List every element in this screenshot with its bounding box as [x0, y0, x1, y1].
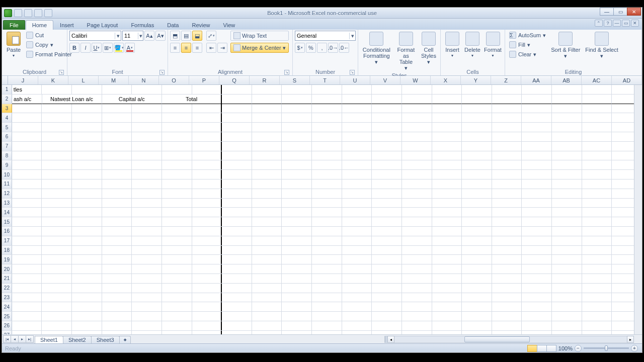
- cell-Q7[interactable]: [222, 142, 252, 151]
- cell-R2[interactable]: [252, 95, 282, 104]
- cell-AC12[interactable]: [582, 189, 612, 198]
- cell-S22[interactable]: [282, 284, 312, 293]
- cell-AA10[interactable]: [522, 170, 552, 179]
- cell-U15[interactable]: [342, 217, 372, 226]
- cell-AA17[interactable]: [522, 236, 552, 245]
- comma-button[interactable]: ,: [317, 43, 327, 53]
- cell-P16[interactable]: [192, 227, 222, 236]
- cell-AA14[interactable]: [522, 208, 552, 217]
- cell-X21[interactable]: [432, 274, 462, 283]
- cell-AB26[interactable]: [552, 321, 582, 330]
- cell-L13[interactable]: [72, 199, 102, 208]
- cell-Z26[interactable]: [492, 321, 522, 330]
- cell-R24[interactable]: [252, 302, 282, 311]
- cell-U12[interactable]: [342, 189, 372, 198]
- cell-X23[interactable]: [432, 293, 462, 302]
- row-header-15[interactable]: 15: [2, 217, 12, 226]
- row-header-2[interactable]: 2: [2, 95, 12, 104]
- cell-AB22[interactable]: [552, 284, 582, 293]
- cell-Y3[interactable]: [462, 104, 492, 113]
- cell-M23[interactable]: [102, 293, 132, 302]
- cell-U13[interactable]: [342, 199, 372, 208]
- wrap-text-button[interactable]: Wrap Text: [230, 31, 289, 41]
- cell-AC25[interactable]: [582, 312, 612, 321]
- cell-Q8[interactable]: [222, 151, 252, 160]
- cell-J14[interactable]: [12, 208, 42, 217]
- cell-R6[interactable]: [252, 132, 282, 141]
- align-center-button[interactable]: ≡: [181, 43, 191, 53]
- vertical-scrollbar[interactable]: [634, 85, 642, 334]
- cell-W8[interactable]: [402, 151, 432, 160]
- maximize-button[interactable]: ▭: [613, 8, 627, 16]
- cell-AA27[interactable]: [522, 331, 552, 334]
- doc-restore-button[interactable]: ▭: [622, 20, 630, 27]
- cell-Z15[interactable]: [492, 217, 522, 226]
- row-header-22[interactable]: 22: [2, 284, 12, 293]
- cell-M20[interactable]: [102, 264, 132, 274]
- cell-S1[interactable]: [282, 85, 312, 94]
- cell-AB19[interactable]: [552, 255, 582, 264]
- cell-T6[interactable]: [312, 132, 342, 141]
- cell-N17[interactable]: [132, 236, 162, 245]
- row-header-10[interactable]: 10: [2, 170, 12, 179]
- tab-file[interactable]: File: [3, 20, 25, 30]
- cell-K4[interactable]: [42, 113, 72, 122]
- cell-S21[interactable]: [282, 274, 312, 283]
- cell-AB17[interactable]: [552, 236, 582, 245]
- cell-L12[interactable]: [72, 189, 102, 198]
- cell-X18[interactable]: [432, 246, 462, 255]
- cell-O21[interactable]: [162, 274, 192, 283]
- cell-V5[interactable]: [372, 123, 402, 132]
- cell-AA1[interactable]: [522, 85, 552, 94]
- fill-button[interactable]: Fill ▾: [507, 40, 548, 49]
- cell-Y27[interactable]: [462, 331, 492, 334]
- cell-M7[interactable]: [102, 142, 132, 151]
- increase-decimal-button[interactable]: .0→: [328, 43, 338, 53]
- cell-AA4[interactable]: [522, 113, 552, 122]
- cell-AC17[interactable]: [582, 236, 612, 245]
- close-button[interactable]: ✕: [627, 8, 641, 16]
- cell-P3[interactable]: [192, 104, 222, 113]
- cell-Y5[interactable]: [462, 123, 492, 132]
- cell-N23[interactable]: [132, 293, 162, 302]
- cell-R23[interactable]: [252, 293, 282, 302]
- cell-M1[interactable]: [102, 85, 132, 94]
- cell-M18[interactable]: [102, 246, 132, 255]
- cell-J4[interactable]: [12, 113, 42, 122]
- cell-T9[interactable]: [312, 160, 342, 169]
- tab-view[interactable]: View: [217, 20, 242, 30]
- cell-Y14[interactable]: [462, 208, 492, 217]
- cell-Z3[interactable]: [492, 104, 522, 113]
- cell-L21[interactable]: [72, 274, 102, 283]
- cell-V10[interactable]: [372, 170, 402, 179]
- row-header-11[interactable]: 11: [2, 179, 12, 189]
- cell-U3[interactable]: [342, 104, 372, 113]
- cell-O3[interactable]: [162, 104, 192, 113]
- cell-K23[interactable]: [42, 293, 72, 302]
- cell-J18[interactable]: [12, 246, 42, 255]
- cell-AA21[interactable]: [522, 274, 552, 283]
- cell-AC11[interactable]: [582, 179, 612, 189]
- cell-Y7[interactable]: [462, 142, 492, 151]
- cell-L24[interactable]: [72, 302, 102, 311]
- cell-U4[interactable]: [342, 113, 372, 122]
- cell-Y19[interactable]: [462, 255, 492, 264]
- cell-S20[interactable]: [282, 264, 312, 274]
- cell-O25[interactable]: [162, 312, 192, 321]
- cell-Z27[interactable]: [492, 331, 522, 334]
- cell-AC18[interactable]: [582, 246, 612, 255]
- merge-center-button[interactable]: Merge & Center ▾: [230, 43, 289, 53]
- cell-J15[interactable]: [12, 217, 42, 226]
- cell-J6[interactable]: [12, 132, 42, 141]
- cell-Y25[interactable]: [462, 312, 492, 321]
- cell-R18[interactable]: [252, 246, 282, 255]
- cell-W22[interactable]: [402, 284, 432, 293]
- cell-X26[interactable]: [432, 321, 462, 330]
- cell-Q9[interactable]: [222, 160, 252, 169]
- cell-J27[interactable]: [12, 331, 42, 334]
- cell-V13[interactable]: [372, 199, 402, 208]
- col-header-R[interactable]: R: [250, 76, 280, 84]
- cell-P24[interactable]: [192, 302, 222, 311]
- doc-close-button[interactable]: ✕: [631, 20, 639, 27]
- col-header-W[interactable]: W: [400, 76, 431, 84]
